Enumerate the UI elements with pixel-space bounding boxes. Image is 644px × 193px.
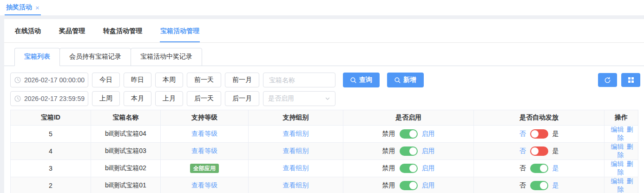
view-groups-link[interactable]: 查看组别: [283, 130, 309, 137]
table-row: 2bill测试宝箱01查看等级查看组别禁用启用否是编辑删除: [11, 177, 638, 193]
sub-tab[interactable]: 宝箱活动中奖记录: [131, 48, 202, 66]
enabled-switch[interactable]: [400, 146, 418, 156]
cell-support-group: 查看组别: [249, 160, 343, 177]
cell-box-name: bill测试宝箱02: [91, 160, 160, 177]
switch-knob: [531, 147, 539, 155]
table-header-cell: 支持等级: [160, 110, 248, 126]
quick-filter-button[interactable]: 今日: [92, 73, 120, 87]
sub-tabs: 宝箱列表会员持有宝箱记录宝箱活动中奖记录: [4, 48, 644, 66]
table-header-cell: 宝箱名称: [91, 110, 160, 126]
view-groups-link[interactable]: 查看组别: [283, 181, 309, 189]
cell-support-group: 查看组别: [249, 143, 343, 160]
quick-filter-button[interactable]: 前一月: [225, 73, 259, 87]
cell-box-name: bill测试宝箱03: [91, 143, 160, 160]
clock-icon: [14, 77, 21, 83]
nav-tabs: 在线活动奖品管理转盘活动管理宝箱活动管理: [4, 19, 644, 43]
view-levels-link[interactable]: 查看等级: [191, 147, 217, 154]
quick-filter-button[interactable]: 上月: [155, 91, 183, 106]
auto-grant-switch[interactable]: [530, 129, 548, 139]
content-card: 在线活动奖品管理转盘活动管理宝箱活动管理 宝箱列表会员持有宝箱记录宝箱活动中奖记…: [4, 19, 644, 193]
search-icon: [350, 77, 356, 83]
switch-knob: [409, 182, 417, 189]
view-groups-link[interactable]: 查看组别: [283, 164, 309, 172]
cell-actions: 编辑删除: [605, 160, 638, 177]
switch-knob: [409, 147, 417, 155]
end-time-value: 2026-02-17 23:59:59: [24, 95, 85, 102]
table-header-cell: 支持组别: [249, 110, 343, 126]
open-tags-bar: 抽奖活动 ×: [0, 0, 644, 15]
enabled-select[interactable]: 是否启用: [263, 91, 335, 106]
cell-box-name: bill测试宝箱01: [91, 177, 160, 193]
end-time-input[interactable]: 2026-02-17 23:59:59: [10, 91, 88, 106]
cell-enabled: 禁用启用: [343, 143, 474, 160]
column-settings-button[interactable]: [621, 73, 640, 87]
toggle-off-label: 否: [519, 130, 526, 138]
table-body: 5bill测试宝箱04查看等级查看组别禁用启用否是编辑删除4bill测试宝箱03…: [11, 126, 638, 193]
refresh-button[interactable]: [598, 73, 617, 87]
view-levels-link[interactable]: 查看等级: [191, 130, 217, 137]
filter-row-2: 2026-02-17 23:59:59 上周本月上月后一天后一月 是否启用: [10, 91, 638, 106]
add-button[interactable]: 新增: [387, 73, 424, 87]
auto-grant-switch[interactable]: [530, 181, 548, 190]
cell-box-id: 3: [11, 160, 91, 177]
cell-auto-grant: 否是: [474, 143, 605, 160]
nav-tab[interactable]: 奖品管理: [59, 19, 85, 42]
sub-tab[interactable]: 宝箱列表: [14, 48, 60, 66]
edit-link[interactable]: 编辑: [611, 177, 624, 185]
cell-box-name: bill测试宝箱04: [91, 126, 160, 143]
enabled-switch[interactable]: [400, 129, 418, 139]
auto-grant-switch[interactable]: [530, 164, 548, 173]
cell-enabled: 禁用启用: [343, 126, 474, 143]
quick-filter-button[interactable]: 本月: [124, 91, 151, 106]
cell-support-level: 全部应用: [160, 160, 248, 177]
cell-support-level: 查看等级: [160, 143, 248, 160]
edit-link[interactable]: 编辑: [611, 160, 624, 167]
table-row: 3bill测试宝箱02全部应用查看组别禁用启用否是编辑删除: [11, 160, 638, 177]
switch-knob: [409, 130, 417, 138]
toggle-off-label: 禁用: [382, 130, 395, 138]
add-button-label: 新增: [403, 76, 416, 84]
cell-actions: 编辑删除: [605, 126, 638, 143]
search-button[interactable]: 查询: [343, 73, 380, 87]
start-time-value: 2026-02-17 00:00:00: [24, 76, 85, 84]
start-time-input[interactable]: 2026-02-17 00:00:00: [10, 73, 88, 87]
sub-tab[interactable]: 会员持有宝箱记录: [59, 48, 131, 66]
cell-enabled: 禁用启用: [343, 160, 474, 177]
cell-box-id: 5: [11, 126, 91, 143]
edit-link[interactable]: 编辑: [611, 126, 624, 133]
switch-knob: [409, 165, 417, 172]
toggle-off-label: 否: [519, 181, 526, 190]
box-name-input[interactable]: [263, 73, 335, 87]
toggle-off-label: 否: [519, 147, 526, 155]
toggle-on-label: 是: [552, 147, 559, 155]
tag-lottery-activity[interactable]: 抽奖活动 ×: [5, 0, 41, 15]
cell-support-level: 查看等级: [160, 126, 248, 143]
quick-filter-button[interactable]: 上周: [92, 91, 120, 106]
quick-filter-button[interactable]: 昨日: [124, 73, 151, 87]
view-groups-link[interactable]: 查看组别: [283, 147, 309, 154]
toggle-on-label: 启用: [422, 147, 435, 155]
nav-tab[interactable]: 在线活动: [14, 19, 41, 42]
chevron-down-icon: [325, 96, 330, 101]
cell-support-group: 查看组别: [249, 177, 343, 193]
auto-grant-switch[interactable]: [530, 146, 548, 156]
toggle-on-label: 启用: [422, 130, 435, 138]
quick-filter-button[interactable]: 后一月: [225, 91, 259, 106]
enabled-switch[interactable]: [400, 181, 418, 190]
edit-link[interactable]: 编辑: [611, 143, 624, 150]
toggle-on-label: 是: [552, 130, 559, 138]
clock-icon: [14, 95, 21, 102]
quick-filter-button[interactable]: 本周: [155, 73, 183, 87]
toggle-on-label: 启用: [422, 181, 435, 190]
nav-tab[interactable]: 转盘活动管理: [103, 19, 143, 42]
view-levels-link[interactable]: 查看等级: [191, 181, 217, 189]
nav-tab[interactable]: 宝箱活动管理: [160, 19, 200, 42]
cell-box-id: 2: [11, 177, 91, 193]
enabled-switch[interactable]: [400, 164, 418, 173]
quick-filter-button[interactable]: 后一天: [187, 91, 221, 106]
close-icon[interactable]: ×: [35, 4, 39, 11]
table-row: 5bill测试宝箱04查看等级查看组别禁用启用否是编辑删除: [11, 126, 638, 143]
toggle-on-label: 是: [552, 181, 559, 190]
toggle-off-label: 否: [519, 164, 526, 173]
quick-filter-button[interactable]: 前一天: [187, 73, 221, 87]
